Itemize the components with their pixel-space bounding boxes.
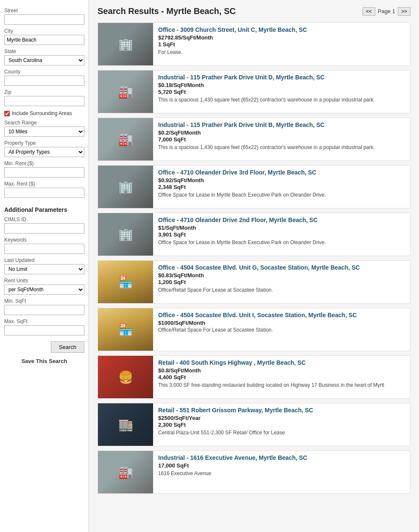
min-sqft-label: Min. SqFt [4, 298, 84, 304]
property-type-label: Property Type [4, 140, 84, 146]
street-input[interactable] [4, 14, 84, 25]
listing-info: Retail - 400 South Kings Highway , Myrtl… [153, 356, 410, 398]
listing-title[interactable]: Office - 4710 Oleander Drive 3rd Floor, … [158, 169, 405, 176]
last-updated-label: Last Updated [4, 257, 84, 263]
listings-container: 🏢Office - 3009 Church Street, Unit C, My… [98, 23, 411, 494]
listing-info: Industrial - 1616 Executive Avenue, Myrt… [153, 451, 410, 493]
listing-image: 🏪 [98, 261, 153, 303]
listing-description: Central Plaza-Unit 551-2,300 SF Retail/ … [158, 429, 405, 436]
listing-price: $2500/SqFt/Year [158, 415, 405, 421]
listing-description: This is a spacious 1,430 square feet (65… [158, 144, 405, 151]
listing-description: This 3,000 SF free-standing restaurant b… [158, 382, 405, 389]
county-label: County [4, 69, 84, 75]
include-surrounding-row: Include Surrounding Areas [4, 110, 84, 116]
cimls-id-input[interactable] [4, 223, 84, 234]
max-rent-input[interactable] [4, 188, 84, 198]
listing-title[interactable]: Retail - 551 Robert Grissom Parkway, Myr… [158, 407, 405, 414]
sidebar: Street City State South Carolina North C… [0, 0, 89, 532]
min-rent-input[interactable] [4, 167, 84, 177]
prev-page-button[interactable]: << [363, 7, 375, 16]
listing-title[interactable]: Office - 4504 Socastee Blvd. Unit G, Soc… [158, 264, 405, 271]
search-range-label: Search Range [4, 120, 84, 126]
min-rent-label: Min. Rent ($) [4, 160, 84, 166]
listing-card[interactable]: 🏬Retail - 551 Robert Grissom Parkway, My… [98, 403, 411, 446]
listing-info: Office - 3009 Church Street, Unit C, Myr… [153, 23, 410, 65]
street-label: Street [4, 8, 84, 14]
listing-image: 🏪 [98, 308, 153, 351]
next-page-button[interactable]: >> [398, 7, 411, 16]
listing-card[interactable]: 🏪Office - 4504 Socastee Blvd. Unit G, So… [98, 260, 411, 304]
listing-sqft: 1 SqFt [158, 41, 405, 48]
max-sqft-label: Max. SqFt [4, 318, 84, 324]
listing-sqft: 2,348 SqFt [158, 184, 405, 190]
min-sqft-input[interactable] [4, 305, 84, 315]
listing-description: 1616 Executive Avenue [158, 470, 405, 477]
listing-description: Office Space for Lease in Myrtle Beach E… [158, 191, 405, 199]
listing-title[interactable]: Industrial - 115 Prather Park Drive Unit… [158, 121, 405, 128]
listing-card[interactable]: 🏭Industrial - 115 Prather Park Drive Uni… [98, 118, 411, 161]
listing-info: Office - 4504 Socastee Blvd. Unit I, Soc… [153, 308, 410, 351]
property-type-select[interactable]: All Property Types Office Industrial Ret… [4, 147, 84, 157]
listing-price: $1/SqFt/Month [158, 225, 405, 231]
listing-title[interactable]: Industrial - 115 Prather Park Drive Unit… [158, 74, 405, 81]
page-label: Page 1 [378, 8, 395, 14]
search-button[interactable]: Search [51, 341, 84, 353]
listing-card[interactable]: 🏢Office - 4710 Oleander Drive 3rd Floor,… [98, 165, 411, 208]
listing-sqft: 3,901 SqFt [158, 231, 405, 238]
listing-card[interactable]: 🏭Industrial - 1616 Executive Avenue, Myr… [98, 450, 411, 494]
listing-title[interactable]: Office - 4710 Oleander Drive 2nd Floor, … [158, 217, 405, 223]
listing-card[interactable]: 🏭Industrial - 115 Prather Park Drive Uni… [98, 70, 411, 113]
listing-description: Office/Retail Space For Lease at Socaste… [158, 287, 405, 294]
listing-card[interactable]: 🏢Office - 3009 Church Street, Unit C, My… [98, 23, 411, 66]
listing-price: $0.92/SqFt/Month [158, 177, 405, 183]
keywords-label: Keywords [4, 237, 84, 243]
listing-title[interactable]: Office - 3009 Church Street, Unit C, Myr… [158, 26, 405, 33]
listing-price: $1000/SqFt/Month [158, 320, 405, 326]
state-label: State [4, 48, 84, 54]
rent-units-label: Rent Units [4, 278, 84, 284]
include-surrounding-checkbox[interactable] [4, 111, 10, 116]
search-range-select[interactable]: 5 Miles 10 Miles 25 Miles 50 Miles 100 M… [4, 127, 84, 137]
zip-input[interactable] [4, 96, 84, 106]
listing-title[interactable]: Retail - 400 South Kings Highway , Myrtl… [158, 359, 405, 366]
listing-description: For Lease. [158, 49, 405, 56]
listing-price: $0.2/SqFt/Month [158, 129, 405, 136]
listing-image: 🏢 [98, 166, 153, 208]
listing-image: 🏭 [98, 70, 153, 113]
include-surrounding-label: Include Surrounding Areas [12, 110, 72, 116]
listing-sqft: 5,720 SqFt [158, 89, 405, 95]
listing-image: 🏬 [98, 403, 153, 446]
cimls-id-label: CIMLS ID [4, 217, 84, 222]
main-header: Search Results - Myrtle Beach, SC << Pag… [98, 6, 411, 16]
listing-sqft: 2,300 SqFt [158, 422, 405, 428]
listing-price: $2792.85/SqFt/Month [158, 34, 405, 41]
pagination: << Page 1 >> [363, 7, 411, 16]
keywords-input[interactable] [4, 244, 84, 254]
listing-sqft: 7,000 SqFt [158, 136, 405, 143]
listing-price: $0.83/SqFt/Month [158, 272, 405, 279]
rent-units-select[interactable]: per SqFt/Month per SqFt/Year Monthly Ann… [4, 284, 84, 295]
state-select[interactable]: South Carolina North Carolina Georgia Fl… [4, 55, 84, 65]
max-sqft-input[interactable] [4, 325, 84, 335]
listing-info: Office - 4710 Oleander Drive 3rd Floor, … [153, 166, 410, 208]
listing-image: 🏭 [98, 118, 153, 160]
county-input[interactable] [4, 76, 84, 86]
save-search-link[interactable]: Save This Search [4, 358, 84, 364]
listing-price: $0.18/SqFt/Month [158, 82, 405, 88]
last-updated-select[interactable]: No Limit 1 Day 3 Days 1 Week 1 Month [4, 264, 84, 274]
city-input[interactable] [4, 35, 84, 45]
listing-sqft: 1,200 SqFt [158, 279, 405, 285]
listing-description: Office Space for Lease in Myrtle Beach E… [158, 239, 405, 246]
listing-card[interactable]: 🍔Retail - 400 South Kings Highway , Myrt… [98, 355, 411, 399]
listing-description: This is a spacious 1,430 square feet (65… [158, 96, 405, 104]
listing-image: 🏭 [98, 451, 153, 493]
listing-card[interactable]: 🏢Office - 4710 Oleander Drive 2nd Floor,… [98, 213, 411, 256]
listing-info: Industrial - 115 Prather Park Drive Unit… [153, 118, 410, 160]
listing-title[interactable]: Office - 4504 Socastee Blvd. Unit I, Soc… [158, 312, 405, 318]
listing-image: 🍔 [98, 356, 153, 398]
main-content: Search Results - Myrtle Beach, SC << Pag… [89, 0, 419, 532]
listing-title[interactable]: Industrial - 1616 Executive Avenue, Myrt… [158, 454, 405, 461]
listing-card[interactable]: 🏪Office - 4504 Socastee Blvd. Unit I, So… [98, 308, 411, 351]
page-title: Search Results - Myrtle Beach, SC [98, 6, 236, 16]
listing-image: 🏢 [98, 23, 153, 65]
